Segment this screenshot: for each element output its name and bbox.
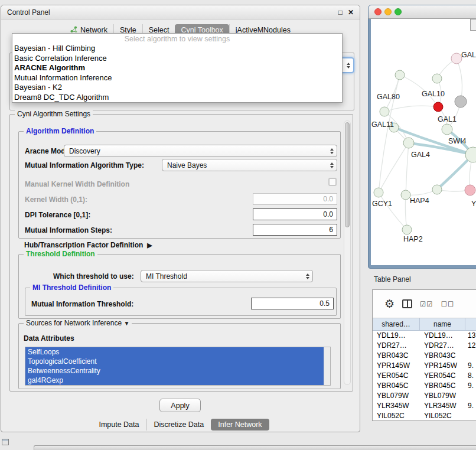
table-row[interactable]: YIL052CYIL052C — [373, 411, 476, 421]
network-node[interactable] — [455, 96, 467, 107]
node-label: GAL1 — [438, 115, 457, 123]
table-cell: YBR043C — [373, 351, 420, 361]
table-cell: 9. — [465, 381, 476, 391]
table-row[interactable]: YBR043CYBR043C — [373, 351, 476, 361]
dropdown-item[interactable]: Basic Correlation Inference — [12, 54, 342, 64]
table-cell: YBL079W — [420, 391, 465, 401]
tab-discretize-data[interactable]: Discretize Data — [146, 419, 211, 431]
table-cell — [465, 351, 476, 361]
apply-button[interactable]: Apply — [159, 399, 201, 412]
dpi-tolerance-label: DPI Tolerance [0,1]: — [25, 211, 90, 219]
mi-steps-field[interactable]: 6 — [253, 224, 337, 236]
table-cell: 8. — [465, 371, 476, 381]
table-toolbar: ⚙ ☑☑ ☐☐ — [373, 290, 476, 318]
minimize-traffic-light-icon[interactable] — [384, 8, 392, 15]
network-node[interactable] — [380, 107, 389, 116]
node-label: GAL2 — [461, 51, 476, 59]
manual-kernel-checkbox[interactable] — [328, 178, 337, 186]
network-node[interactable] — [395, 70, 405, 80]
attribute-list-item[interactable]: gal4RGexp — [25, 376, 324, 385]
aracne-mode-combobox[interactable]: Discovery — [64, 145, 337, 157]
lower-panel-edge — [34, 445, 476, 450]
select-all-checks-icon[interactable]: ☑☑ — [420, 300, 433, 308]
column-header-name[interactable]: name — [420, 318, 465, 330]
hub-definition-toggle[interactable]: Hub/Transcription Factor Definition ▶ — [24, 241, 152, 249]
table-row[interactable]: YDR27…YDR27…12 — [373, 341, 476, 351]
network-edge[interactable] — [405, 195, 407, 230]
control-panel-titlebar[interactable]: Control Panel □ ✕ — [1, 5, 360, 19]
mi-threshold-group-title: MI Threshold Definition — [30, 283, 113, 292]
table-row[interactable]: YBR045CYBR045C9. — [373, 381, 476, 391]
deselect-all-checks-icon[interactable]: ☐☐ — [441, 300, 455, 308]
combo-arrows-icon — [330, 162, 334, 168]
network-node[interactable] — [374, 188, 383, 197]
table-cell: YBR045C — [420, 381, 465, 391]
network-node[interactable] — [465, 185, 475, 195]
network-edge[interactable] — [379, 143, 409, 193]
dropdown-item[interactable]: Bayesian - K2 — [12, 83, 342, 93]
network-canvas[interactable]: GAL2GAL80GAL10GAL11GAL1SWI4GAL4GCY1HAP4H… — [371, 19, 476, 265]
node-label: GCY1 — [372, 200, 392, 208]
network-node[interactable] — [442, 124, 452, 135]
table-cell: 12 — [465, 341, 476, 351]
table-row[interactable]: YBL079WYBL079W — [373, 391, 476, 401]
columns-icon[interactable] — [402, 299, 412, 308]
column-header-shared-name[interactable]: shared… — [373, 318, 420, 330]
canvas-scrollbar[interactable] — [470, 19, 476, 31]
table-cell: YDL19… — [373, 331, 420, 341]
dropdown-item[interactable]: Dream8 DC_TDC Algorithm — [12, 93, 342, 103]
network-window-titlebar[interactable] — [369, 5, 476, 19]
mi-threshold-field[interactable]: 0.5 — [251, 298, 334, 309]
table-cell: YPR145W — [420, 361, 465, 371]
attribute-list-item[interactable]: SelfLoops — [25, 347, 324, 357]
table-row[interactable]: YDL19…YDL19…13 — [373, 331, 476, 341]
table-row[interactable]: YER054CYER054C8. — [373, 371, 476, 381]
network-edge[interactable] — [457, 58, 462, 102]
network-node[interactable] — [432, 74, 442, 83]
network-node[interactable] — [403, 138, 414, 148]
algorithm-dropdown-popup: Select algorithm to view settings Bayesi… — [12, 33, 343, 103]
list-scrollbar[interactable] — [324, 347, 330, 385]
attribute-list: SelfLoops TopologicalCoefficient Between… — [25, 347, 331, 386]
table-cell: 9. — [465, 361, 476, 371]
dpi-tolerance-field[interactable]: 0.0 — [253, 208, 337, 220]
column-header-extra[interactable] — [465, 318, 476, 330]
close-traffic-light-icon[interactable] — [374, 8, 382, 15]
table-cell: YER054C — [420, 371, 465, 381]
dropdown-item-selected[interactable]: ARACNE Algorithm — [12, 63, 342, 73]
tab-infer-network[interactable]: Infer Network — [211, 419, 269, 431]
table-row[interactable]: YLR345WYLR345W9. — [373, 401, 476, 411]
gear-icon[interactable]: ⚙ — [384, 298, 395, 309]
settings-scrollbar[interactable] — [344, 120, 351, 385]
which-threshold-label: Which threshold to use: — [53, 272, 134, 281]
combo-arrows-icon — [347, 63, 350, 69]
node-label: GAL10 — [422, 90, 445, 98]
network-node[interactable] — [451, 53, 462, 64]
close-icon[interactable]: ✕ — [348, 9, 354, 16]
window-title: Control Panel — [7, 8, 333, 17]
mi-type-combobox[interactable]: Naive Bayes — [162, 159, 337, 171]
tab-impute-data[interactable]: Impute Data — [92, 419, 146, 431]
float-window-icon[interactable]: □ — [338, 9, 343, 16]
dropdown-item[interactable]: Bayesian - Hill Climbing — [12, 44, 342, 54]
dropdown-item[interactable]: Mutual Information Inference — [12, 73, 342, 83]
zoom-traffic-light-icon[interactable] — [395, 8, 402, 15]
network-node[interactable] — [432, 185, 442, 194]
restore-panel-icon[interactable] — [2, 439, 9, 445]
network-node[interactable] — [433, 102, 443, 112]
network-node[interactable] — [402, 225, 412, 234]
scrollbar-thumb[interactable] — [345, 122, 350, 227]
network-edge[interactable] — [406, 143, 409, 195]
kernel-width-field[interactable]: 0.0 — [253, 193, 337, 205]
table-row[interactable]: YPR145WYPR145W9. — [373, 361, 476, 371]
network-node[interactable] — [401, 190, 410, 200]
sources-group-title[interactable]: Sources for Network Inference ▼ — [24, 319, 132, 327]
table-cell: YIL052C — [420, 411, 465, 421]
table-cell: YDL19… — [420, 331, 465, 341]
which-threshold-combobox[interactable]: MI Threshold — [141, 270, 313, 282]
attribute-list-item[interactable]: TopologicalCoefficient — [25, 357, 324, 366]
hub-definition-label: Hub/Transcription Factor Definition — [24, 241, 143, 249]
table-cell: YBL079W — [373, 391, 420, 401]
attribute-list-item[interactable]: BetweennessCentrality — [25, 366, 324, 376]
dropdown-placeholder: Select algorithm to view settings — [12, 34, 342, 44]
